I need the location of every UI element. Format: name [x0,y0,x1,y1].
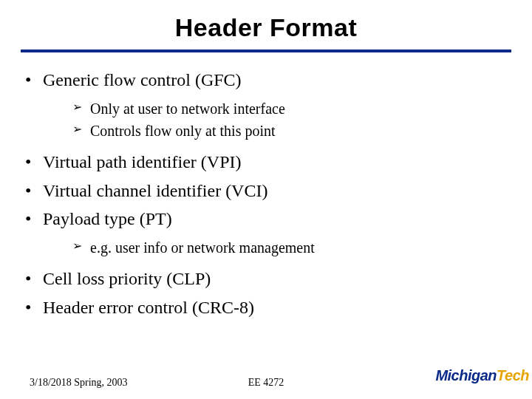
title-rule [21,50,511,52]
list-item: Virtual path identifier (VPI) [25,149,511,175]
bullet-text: Payload type (PT) [43,209,172,228]
bullet-list: Generic flow control (GFC) Only at user … [21,67,511,321]
bullet-text: Cell loss priority (CLP) [43,269,211,288]
bullet-text: Header error control (CRC-8) [43,298,254,317]
footer-date: 3/18/2018 Spring, 2003 [30,377,128,389]
bullet-text: Generic flow control (GFC) [43,70,242,89]
logo-part-michigan: Michigan [435,367,497,383]
sub-bullet-text: Only at user to network interface [90,100,285,117]
list-item: Generic flow control (GFC) Only at user … [25,67,511,142]
list-item: Only at user to network interface [72,98,511,120]
logo-part-tech: Tech [497,367,529,383]
list-item: Virtual channel identifier (VCI) [25,178,511,204]
bullet-text: Virtual path identifier (VPI) [43,152,241,171]
sub-bullet-list: Only at user to network interface Contro… [43,98,511,142]
slide: Header Format Generic flow control (GFC)… [0,0,532,399]
list-item: Cell loss priority (CLP) [25,266,511,292]
sub-bullet-list: e.g. user info or network management [43,236,511,259]
bullet-text: Virtual channel identifier (VCI) [43,181,267,200]
list-item: e.g. user info or network management [72,236,511,259]
slide-body: Generic flow control (GFC) Only at user … [21,67,511,321]
list-item: Header error control (CRC-8) [25,295,511,321]
footer-course: EE 4272 [248,377,284,389]
list-item: Controls flow only at this point [72,120,511,142]
footer: 3/18/2018 Spring, 2003 EE 4272 MichiganT… [0,372,532,389]
list-item: Payload type (PT) e.g. user info or netw… [25,206,511,259]
michigan-tech-logo: MichiganTech [435,367,529,384]
sub-bullet-text: e.g. user info or network management [90,239,315,256]
slide-title: Header Format [21,13,511,42]
sub-bullet-text: Controls flow only at this point [90,123,276,139]
